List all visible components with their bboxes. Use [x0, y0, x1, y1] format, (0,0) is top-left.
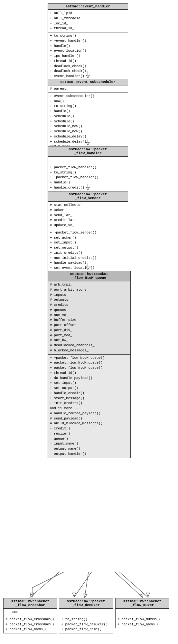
packet-flow-muxer-methods: + packet_flow_muxer() + packet_flow_name…: [116, 616, 169, 628]
method-item: + schedule_delay(): [50, 139, 126, 145]
method-item: + set_acker(): [50, 235, 126, 241]
field-item: # acker_: [50, 208, 126, 213]
event-subscheduler-box: sstmac::event_subscheduler # parent_ + e…: [48, 79, 128, 151]
method-item: + handle_credit(): [50, 185, 126, 190]
method-item: + event_location(): [50, 49, 126, 54]
field-item: # send_lat_: [50, 213, 126, 218]
method-item: + packet_flow_handler(): [50, 165, 126, 170]
method-item: + thread_id(): [50, 371, 128, 376]
method-item: + handle(): [50, 109, 126, 114]
packet-flow-crossbar-methods: + packet_flow_crossbar() + packet_flow_c…: [4, 616, 57, 633]
method-item: + set_input(): [50, 381, 128, 386]
svg-line-13: [119, 572, 148, 597]
event-subscheduler-title: sstmac::event_subscheduler: [48, 79, 128, 85]
method-item: + start_message(): [50, 396, 128, 401]
svg-marker-10: [31, 593, 34, 597]
field-item: # num_vc_: [50, 313, 128, 318]
method-item: + packet_flow_demuxer(): [61, 622, 111, 627]
packet-flow-NtoM-queue-fields: # arb_tmpl_ # port_arbitrators_ # inputs…: [48, 281, 130, 354]
method-item: + to_string(): [50, 170, 126, 175]
svg-line-11: [74, 572, 92, 597]
method-item: + packet_flow_name(): [117, 622, 167, 627]
diagram-container: sstmac::event_handler + null_lpid + null…: [0, 0, 178, 644]
method-item: - resize(): [50, 431, 128, 437]
method-item: + schedule_delay(): [50, 134, 126, 139]
method-item: + ~event_handler(): [50, 39, 126, 44]
method-item: + to_string(): [50, 104, 126, 109]
method-item: + set_event_location(): [50, 266, 126, 271]
field-item: - thread_id_: [50, 26, 126, 31]
packet-flow-NtoM-queue-title: sstmac::hw::packet_flow_NtoM_queue: [48, 271, 130, 281]
event-handler-fields: + null_lpid + null_threadid - loc_id_ - …: [48, 10, 128, 32]
method-item: + packet_flow_crossbar(): [5, 622, 55, 627]
packet-flow-NtoM-queue-methods: + ~packet_flow_NtoM_queue() + packet_flo…: [48, 354, 130, 458]
method-item: + set_output(): [50, 245, 126, 251]
svg-marker-12: [72, 593, 76, 597]
method-item: + handle_credit(): [50, 391, 128, 396]
packet-flow-crossbar-title: sstmac::hw::packet_flow_crossbar: [4, 598, 57, 608]
svg-marker-28: [140, 594, 143, 597]
method-item: - output_handler(): [50, 452, 128, 457]
method-item: + packet_flow_crossbar(): [5, 617, 55, 622]
method-item: + ~packet_flow_NtoM_queue(): [50, 356, 128, 361]
svg-line-8: [32, 572, 64, 588]
method-item: + set_input(): [50, 240, 126, 245]
field-item: - name_: [5, 610, 55, 615]
packet-flow-demuxer-methods: + to_string() + packet_flow_demuxer() + …: [59, 616, 113, 633]
event-subscheduler-methods: + event_subscheduler() + now() + to_stri…: [48, 93, 128, 150]
field-item: # buffer_size_: [50, 318, 128, 323]
field-item: + null_threadid: [50, 16, 126, 21]
method-item: + now(): [50, 99, 126, 104]
packet-flow-handler-fields: [48, 156, 128, 164]
packet-flow-demuxer-box: sstmac::hw::packet_flow_demuxer + to_str…: [59, 598, 113, 633]
method-item: + packet_flow_NtoM_queue(): [50, 366, 128, 371]
method-item: + deadlock_check(): [50, 64, 126, 69]
packet-flow-sender-fields: # stat_collector_ # acker_ # send_lat_ #…: [48, 201, 128, 229]
field-item: # stat_collector_: [50, 203, 126, 208]
event-handler-title: sstmac::event_handler: [48, 4, 128, 10]
packet-flow-demuxer-fields: [59, 608, 113, 616]
field-item: # credit_lat_: [50, 218, 126, 223]
method-item: + ~packet_flow_sender(): [50, 230, 126, 235]
packet-flow-crossbar-box: sstmac::hw::packet_flow_crossbar - name_…: [3, 598, 57, 633]
svg-line-25: [85, 572, 89, 597]
method-item: + packet_flow_name(): [61, 627, 111, 632]
field-item: # outputs_: [50, 297, 128, 303]
method-item: + init_credits(): [50, 251, 126, 256]
svg-line-23: [30, 572, 60, 597]
method-item: and 11 more...: [50, 406, 128, 411]
field-item: # port_offset_: [50, 323, 128, 328]
field-item: # parent_: [50, 86, 126, 92]
method-item: + event_handler(): [50, 74, 126, 79]
method-item: + ipc_handler(): [50, 54, 126, 59]
field-item: # port_mod_: [50, 333, 128, 338]
method-item: + handle(): [50, 44, 126, 49]
method-item: + set_output(): [50, 386, 128, 391]
method-item: - queue(): [50, 437, 128, 442]
event-handler-box: sstmac::event_handler + null_lpid + null…: [48, 3, 128, 90]
method-item: + schedule(): [50, 114, 126, 119]
method-item: + num_initial_credits(): [50, 256, 126, 261]
packet-flow-NtoM-queue-box: sstmac::hw::packet_flow_NtoM_queue # arb…: [48, 271, 131, 458]
field-item: - loc_id_: [50, 21, 126, 26]
method-item: + do_handle_payload(): [50, 376, 128, 381]
method-item: + thread_id(): [50, 59, 126, 64]
field-item: + null_lpid: [50, 11, 126, 16]
field-item: # update_vc_: [50, 223, 126, 228]
method-item: + schedule_now(): [50, 124, 126, 129]
method-item: + to_string(): [50, 33, 126, 39]
method-item: - input_name(): [50, 441, 128, 446]
method-item: + schedule_now(): [50, 129, 126, 134]
packet-flow-handler-title: sstmac::hw::packet_flow_handler: [48, 146, 128, 156]
svg-line-27: [115, 572, 143, 597]
method-item: # send_payload(): [50, 416, 128, 421]
method-item: - output_name(): [50, 446, 128, 452]
field-item: # inputs_: [50, 293, 128, 298]
field-item: # deadlocked_channels_: [50, 343, 128, 348]
packet-flow-demuxer-title: sstmac::hw::packet_flow_demuxer: [59, 598, 113, 608]
method-item: + packet_flow_muxer(): [117, 617, 167, 622]
method-item: + handle_payload(): [50, 260, 126, 266]
method-item: + event_subscheduler(): [50, 94, 126, 99]
svg-marker-14: [146, 593, 150, 597]
svg-marker-24: [30, 594, 33, 597]
